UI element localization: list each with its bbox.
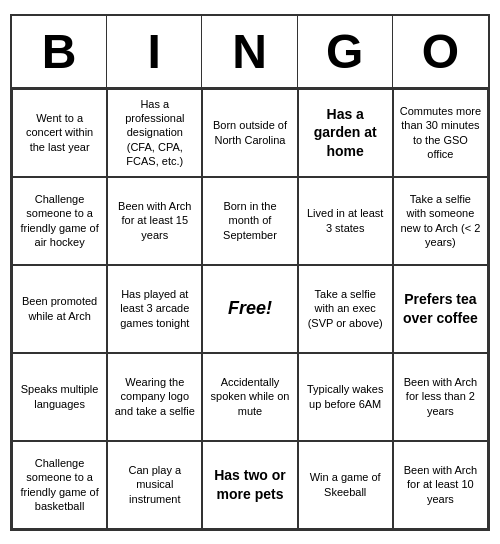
bingo-cell-24[interactable]: Been with Arch for at least 10 years [393, 441, 488, 529]
bingo-cell-6[interactable]: Been with Arch for at least 15 years [107, 177, 202, 265]
bingo-card: BINGO Went to a concert within the last … [10, 14, 490, 531]
bingo-cell-14[interactable]: Prefers tea over coffee [393, 265, 488, 353]
bingo-cell-18[interactable]: Typically wakes up before 6AM [298, 353, 393, 441]
bingo-cell-2[interactable]: Born outside of North Carolina [202, 89, 297, 177]
free-space[interactable]: Free! [202, 265, 297, 353]
bingo-cell-20[interactable]: Challenge someone to a friendly game of … [12, 441, 107, 529]
bingo-letter-g: G [298, 16, 393, 87]
bingo-cell-13[interactable]: Take a selfie with an exec (SVP or above… [298, 265, 393, 353]
bingo-header: BINGO [12, 16, 488, 89]
bingo-cell-1[interactable]: Has a professional designation (CFA, CPA… [107, 89, 202, 177]
bingo-cell-19[interactable]: Been with Arch for less than 2 years [393, 353, 488, 441]
bingo-cell-11[interactable]: Has played at least 3 arcade games tonig… [107, 265, 202, 353]
bingo-grid: Went to a concert within the last yearHa… [12, 89, 488, 529]
bingo-cell-10[interactable]: Been promoted while at Arch [12, 265, 107, 353]
bingo-cell-15[interactable]: Speaks multiple languages [12, 353, 107, 441]
bingo-letter-i: I [107, 16, 202, 87]
bingo-letter-b: B [12, 16, 107, 87]
bingo-cell-0[interactable]: Went to a concert within the last year [12, 89, 107, 177]
bingo-cell-5[interactable]: Challenge someone to a friendly game of … [12, 177, 107, 265]
bingo-letter-o: O [393, 16, 488, 87]
bingo-cell-7[interactable]: Born in the month of September [202, 177, 297, 265]
bingo-cell-3[interactable]: Has a garden at home [298, 89, 393, 177]
bingo-cell-16[interactable]: Wearing the company logo and take a self… [107, 353, 202, 441]
bingo-letter-n: N [202, 16, 297, 87]
bingo-cell-4[interactable]: Commutes more than 30 minutes to the GSO… [393, 89, 488, 177]
bingo-cell-22[interactable]: Has two or more pets [202, 441, 297, 529]
bingo-cell-8[interactable]: Lived in at least 3 states [298, 177, 393, 265]
bingo-cell-9[interactable]: Take a selfie with someone new to Arch (… [393, 177, 488, 265]
bingo-cell-21[interactable]: Can play a musical instrument [107, 441, 202, 529]
bingo-cell-17[interactable]: Accidentally spoken while on mute [202, 353, 297, 441]
bingo-cell-23[interactable]: Win a game of Skeeball [298, 441, 393, 529]
